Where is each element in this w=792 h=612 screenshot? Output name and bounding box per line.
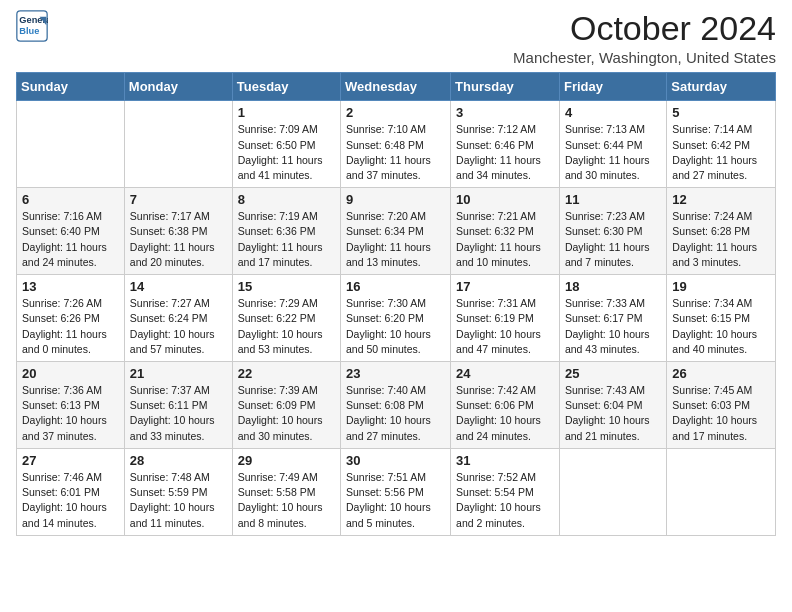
calendar-cell: 9Sunrise: 7:20 AM Sunset: 6:34 PM Daylig…	[341, 188, 451, 275]
day-info: Sunrise: 7:21 AM Sunset: 6:32 PM Dayligh…	[456, 209, 554, 270]
calendar-cell: 18Sunrise: 7:33 AM Sunset: 6:17 PM Dayli…	[559, 275, 666, 362]
calendar-header-row: SundayMondayTuesdayWednesdayThursdayFrid…	[17, 73, 776, 101]
calendar-week-row: 20Sunrise: 7:36 AM Sunset: 6:13 PM Dayli…	[17, 362, 776, 449]
day-info: Sunrise: 7:29 AM Sunset: 6:22 PM Dayligh…	[238, 296, 335, 357]
calendar-day-header: Friday	[559, 73, 666, 101]
calendar-week-row: 6Sunrise: 7:16 AM Sunset: 6:40 PM Daylig…	[17, 188, 776, 275]
calendar-cell: 26Sunrise: 7:45 AM Sunset: 6:03 PM Dayli…	[667, 362, 776, 449]
day-info: Sunrise: 7:51 AM Sunset: 5:56 PM Dayligh…	[346, 470, 445, 531]
day-info: Sunrise: 7:27 AM Sunset: 6:24 PM Dayligh…	[130, 296, 227, 357]
day-number: 29	[238, 453, 335, 468]
day-info: Sunrise: 7:52 AM Sunset: 5:54 PM Dayligh…	[456, 470, 554, 531]
day-number: 3	[456, 105, 554, 120]
day-info: Sunrise: 7:16 AM Sunset: 6:40 PM Dayligh…	[22, 209, 119, 270]
day-number: 16	[346, 279, 445, 294]
day-info: Sunrise: 7:12 AM Sunset: 6:46 PM Dayligh…	[456, 122, 554, 183]
day-number: 14	[130, 279, 227, 294]
day-info: Sunrise: 7:31 AM Sunset: 6:19 PM Dayligh…	[456, 296, 554, 357]
day-info: Sunrise: 7:43 AM Sunset: 6:04 PM Dayligh…	[565, 383, 661, 444]
calendar-table: SundayMondayTuesdayWednesdayThursdayFrid…	[16, 72, 776, 535]
day-info: Sunrise: 7:10 AM Sunset: 6:48 PM Dayligh…	[346, 122, 445, 183]
logo: General Blue	[16, 10, 48, 42]
day-number: 22	[238, 366, 335, 381]
calendar-cell: 4Sunrise: 7:13 AM Sunset: 6:44 PM Daylig…	[559, 101, 666, 188]
day-number: 13	[22, 279, 119, 294]
calendar-cell: 25Sunrise: 7:43 AM Sunset: 6:04 PM Dayli…	[559, 362, 666, 449]
day-info: Sunrise: 7:24 AM Sunset: 6:28 PM Dayligh…	[672, 209, 770, 270]
day-number: 17	[456, 279, 554, 294]
day-number: 28	[130, 453, 227, 468]
calendar-day-header: Monday	[124, 73, 232, 101]
logo-icon: General Blue	[16, 10, 48, 42]
calendar-day-header: Tuesday	[232, 73, 340, 101]
day-number: 19	[672, 279, 770, 294]
calendar-cell	[559, 448, 666, 535]
day-info: Sunrise: 7:36 AM Sunset: 6:13 PM Dayligh…	[22, 383, 119, 444]
day-number: 5	[672, 105, 770, 120]
day-info: Sunrise: 7:45 AM Sunset: 6:03 PM Dayligh…	[672, 383, 770, 444]
calendar-cell: 5Sunrise: 7:14 AM Sunset: 6:42 PM Daylig…	[667, 101, 776, 188]
calendar-cell: 31Sunrise: 7:52 AM Sunset: 5:54 PM Dayli…	[451, 448, 560, 535]
calendar-cell: 30Sunrise: 7:51 AM Sunset: 5:56 PM Dayli…	[341, 448, 451, 535]
day-info: Sunrise: 7:46 AM Sunset: 6:01 PM Dayligh…	[22, 470, 119, 531]
header: General Blue October 2024 Manchester, Wa…	[16, 10, 776, 66]
calendar-cell	[667, 448, 776, 535]
calendar-cell: 29Sunrise: 7:49 AM Sunset: 5:58 PM Dayli…	[232, 448, 340, 535]
day-info: Sunrise: 7:13 AM Sunset: 6:44 PM Dayligh…	[565, 122, 661, 183]
calendar-week-row: 27Sunrise: 7:46 AM Sunset: 6:01 PM Dayli…	[17, 448, 776, 535]
calendar-cell: 6Sunrise: 7:16 AM Sunset: 6:40 PM Daylig…	[17, 188, 125, 275]
calendar-day-header: Thursday	[451, 73, 560, 101]
calendar-cell: 13Sunrise: 7:26 AM Sunset: 6:26 PM Dayli…	[17, 275, 125, 362]
day-number: 10	[456, 192, 554, 207]
month-title: October 2024	[513, 10, 776, 47]
day-number: 30	[346, 453, 445, 468]
day-number: 18	[565, 279, 661, 294]
day-number: 8	[238, 192, 335, 207]
calendar-cell: 27Sunrise: 7:46 AM Sunset: 6:01 PM Dayli…	[17, 448, 125, 535]
calendar-cell: 20Sunrise: 7:36 AM Sunset: 6:13 PM Dayli…	[17, 362, 125, 449]
calendar-cell: 3Sunrise: 7:12 AM Sunset: 6:46 PM Daylig…	[451, 101, 560, 188]
day-info: Sunrise: 7:20 AM Sunset: 6:34 PM Dayligh…	[346, 209, 445, 270]
day-number: 1	[238, 105, 335, 120]
day-number: 9	[346, 192, 445, 207]
day-info: Sunrise: 7:34 AM Sunset: 6:15 PM Dayligh…	[672, 296, 770, 357]
day-info: Sunrise: 7:42 AM Sunset: 6:06 PM Dayligh…	[456, 383, 554, 444]
calendar-cell: 24Sunrise: 7:42 AM Sunset: 6:06 PM Dayli…	[451, 362, 560, 449]
calendar-cell: 14Sunrise: 7:27 AM Sunset: 6:24 PM Dayli…	[124, 275, 232, 362]
day-info: Sunrise: 7:17 AM Sunset: 6:38 PM Dayligh…	[130, 209, 227, 270]
day-info: Sunrise: 7:30 AM Sunset: 6:20 PM Dayligh…	[346, 296, 445, 357]
day-info: Sunrise: 7:40 AM Sunset: 6:08 PM Dayligh…	[346, 383, 445, 444]
day-info: Sunrise: 7:37 AM Sunset: 6:11 PM Dayligh…	[130, 383, 227, 444]
day-number: 31	[456, 453, 554, 468]
day-info: Sunrise: 7:19 AM Sunset: 6:36 PM Dayligh…	[238, 209, 335, 270]
calendar-cell: 11Sunrise: 7:23 AM Sunset: 6:30 PM Dayli…	[559, 188, 666, 275]
calendar-cell: 15Sunrise: 7:29 AM Sunset: 6:22 PM Dayli…	[232, 275, 340, 362]
calendar-cell: 22Sunrise: 7:39 AM Sunset: 6:09 PM Dayli…	[232, 362, 340, 449]
svg-text:Blue: Blue	[19, 26, 39, 36]
day-number: 12	[672, 192, 770, 207]
day-number: 23	[346, 366, 445, 381]
title-block: October 2024 Manchester, Washington, Uni…	[513, 10, 776, 66]
day-info: Sunrise: 7:33 AM Sunset: 6:17 PM Dayligh…	[565, 296, 661, 357]
calendar-cell: 19Sunrise: 7:34 AM Sunset: 6:15 PM Dayli…	[667, 275, 776, 362]
calendar-cell: 7Sunrise: 7:17 AM Sunset: 6:38 PM Daylig…	[124, 188, 232, 275]
day-number: 11	[565, 192, 661, 207]
day-number: 25	[565, 366, 661, 381]
calendar-cell: 1Sunrise: 7:09 AM Sunset: 6:50 PM Daylig…	[232, 101, 340, 188]
day-number: 2	[346, 105, 445, 120]
day-number: 20	[22, 366, 119, 381]
calendar-cell: 2Sunrise: 7:10 AM Sunset: 6:48 PM Daylig…	[341, 101, 451, 188]
calendar-cell: 17Sunrise: 7:31 AM Sunset: 6:19 PM Dayli…	[451, 275, 560, 362]
calendar-cell: 8Sunrise: 7:19 AM Sunset: 6:36 PM Daylig…	[232, 188, 340, 275]
location-title: Manchester, Washington, United States	[513, 49, 776, 66]
day-info: Sunrise: 7:39 AM Sunset: 6:09 PM Dayligh…	[238, 383, 335, 444]
calendar-week-row: 13Sunrise: 7:26 AM Sunset: 6:26 PM Dayli…	[17, 275, 776, 362]
day-number: 27	[22, 453, 119, 468]
calendar-cell: 21Sunrise: 7:37 AM Sunset: 6:11 PM Dayli…	[124, 362, 232, 449]
day-number: 24	[456, 366, 554, 381]
day-info: Sunrise: 7:23 AM Sunset: 6:30 PM Dayligh…	[565, 209, 661, 270]
calendar-week-row: 1Sunrise: 7:09 AM Sunset: 6:50 PM Daylig…	[17, 101, 776, 188]
calendar-day-header: Saturday	[667, 73, 776, 101]
day-number: 4	[565, 105, 661, 120]
calendar-day-header: Sunday	[17, 73, 125, 101]
